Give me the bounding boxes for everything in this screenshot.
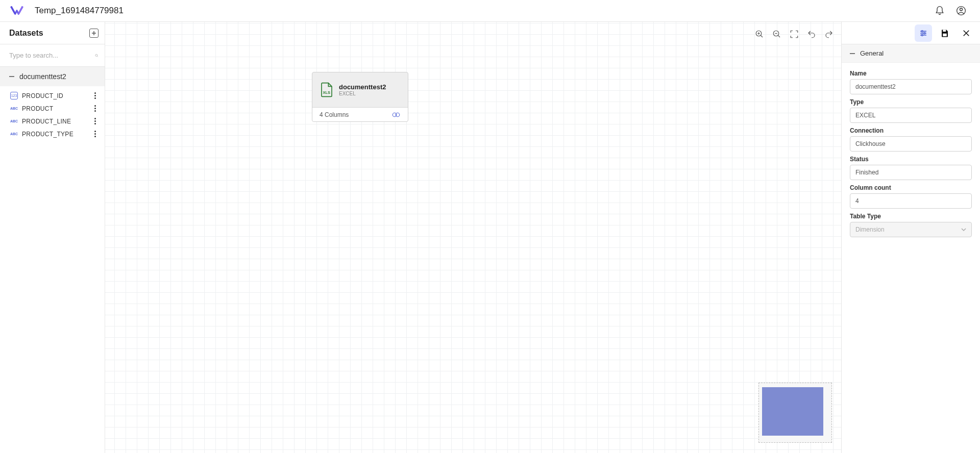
zoom-in-button[interactable] xyxy=(752,27,767,41)
column-menu-button[interactable] xyxy=(91,131,99,137)
svg-line-7 xyxy=(761,35,763,37)
join-icon[interactable] xyxy=(391,112,401,118)
column-name: PRODUCT xyxy=(22,105,91,112)
column-menu-button[interactable] xyxy=(91,92,99,99)
config-panel: General Name Type Connection Status Colu… xyxy=(841,22,980,453)
svg-line-11 xyxy=(778,35,780,37)
sidebar-title: Datasets xyxy=(9,29,89,38)
svg-line-5 xyxy=(97,56,97,56)
column-count-input[interactable] xyxy=(850,193,972,209)
column-type-text-icon: ABC xyxy=(10,105,18,112)
xls-file-icon: XLS xyxy=(320,82,334,97)
datasets-sidebar: Datasets documenttest2 123 PRODUCT_ID AB… xyxy=(0,22,105,453)
redo-button[interactable] xyxy=(822,27,836,41)
status-input[interactable] xyxy=(850,165,972,180)
dataset-name: documenttest2 xyxy=(19,72,66,81)
search-icon xyxy=(95,52,99,60)
close-panel-button[interactable] xyxy=(958,24,975,42)
node-title: documenttest2 xyxy=(339,83,386,91)
column-name: PRODUCT_TYPE xyxy=(22,131,91,138)
node-subtitle: EXCEL xyxy=(339,91,386,96)
dataset-node[interactable]: XLS documenttest2 EXCEL 4 Columns xyxy=(312,72,408,122)
svg-point-19 xyxy=(921,30,923,32)
svg-point-4 xyxy=(95,54,97,56)
column-count-label: Column count xyxy=(850,184,972,191)
connection-input[interactable] xyxy=(850,136,972,152)
collapse-icon xyxy=(9,76,14,77)
canvas-toolbar xyxy=(752,27,836,41)
dataset-tree-item[interactable]: documenttest2 xyxy=(0,67,105,86)
top-header: Temp_1691484779981 xyxy=(0,0,980,22)
column-menu-button[interactable] xyxy=(91,118,99,124)
type-label: Type xyxy=(850,98,972,106)
connection-label: Connection xyxy=(850,127,972,134)
minimap-viewport xyxy=(762,387,823,436)
general-section-header[interactable]: General xyxy=(842,44,980,63)
name-label: Name xyxy=(850,70,972,77)
fit-screen-button[interactable] xyxy=(787,27,801,41)
column-row[interactable]: 123 PRODUCT_ID xyxy=(0,89,105,102)
dataset-search-input[interactable] xyxy=(9,52,95,59)
column-type-id-icon: 123 xyxy=(10,92,18,99)
svg-point-20 xyxy=(924,32,925,34)
settings-toggle-button[interactable] xyxy=(915,24,932,42)
node-column-count: 4 Columns xyxy=(320,111,349,118)
column-row[interactable]: ABC PRODUCT xyxy=(0,102,105,115)
add-dataset-button[interactable] xyxy=(89,29,99,38)
save-button[interactable] xyxy=(936,24,953,42)
page-title: Temp_1691484779981 xyxy=(35,6,124,16)
svg-point-1 xyxy=(960,8,963,11)
undo-button[interactable] xyxy=(804,27,819,41)
column-name: PRODUCT_LINE xyxy=(22,118,91,125)
section-title: General xyxy=(860,49,884,57)
status-label: Status xyxy=(850,156,972,163)
column-name: PRODUCT_ID xyxy=(22,92,91,99)
chevron-down-icon xyxy=(961,226,967,233)
svg-rect-23 xyxy=(943,33,947,36)
svg-point-21 xyxy=(921,34,923,36)
collapse-icon xyxy=(850,53,855,54)
column-type-text-icon: ABC xyxy=(10,117,18,125)
account-button[interactable] xyxy=(952,2,970,19)
svg-rect-22 xyxy=(943,30,946,32)
type-input[interactable] xyxy=(850,108,972,123)
svg-text:XLS: XLS xyxy=(323,90,331,95)
app-logo xyxy=(10,5,23,16)
zoom-out-button[interactable] xyxy=(770,27,784,41)
notifications-button[interactable] xyxy=(931,2,948,19)
minimap[interactable] xyxy=(758,383,832,443)
column-menu-button[interactable] xyxy=(91,105,99,112)
column-row[interactable]: ABC PRODUCT_LINE xyxy=(0,115,105,128)
table-type-select[interactable] xyxy=(850,222,972,237)
column-type-text-icon: ABC xyxy=(10,130,18,138)
canvas[interactable]: XLS documenttest2 EXCEL 4 Columns xyxy=(105,22,841,453)
table-type-label: Table Type xyxy=(850,213,972,220)
canvas-grid xyxy=(105,22,841,453)
name-input[interactable] xyxy=(850,79,972,94)
column-row[interactable]: ABC PRODUCT_TYPE xyxy=(0,128,105,140)
